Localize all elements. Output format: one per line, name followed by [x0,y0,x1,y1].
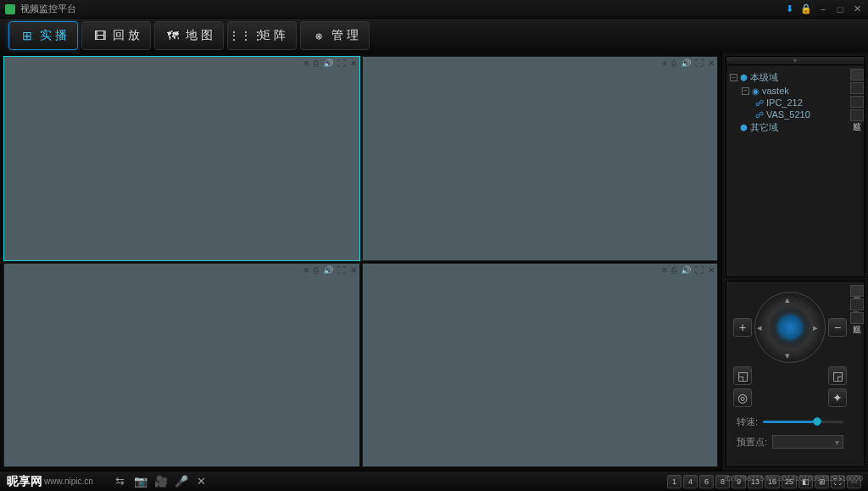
tab-matrix-label: 矩 阵 [259,28,286,43]
ptz-up[interactable]: ▴ [785,294,795,304]
snapshot-icon[interactable]: ⎙ [314,265,319,275]
grid-icon: ⊞ [19,28,35,43]
tab-map[interactable]: 🗺地 图 [154,21,224,50]
device-tree-panel: ▾ 设备 轮播 场景 巡航 −⬢本级域 −◉vastek ☍IPC_212 ☍V… [726,56,865,277]
audio-icon[interactable]: 🔊 [681,59,691,68]
tree-root[interactable]: −⬢本级域 [730,70,860,85]
sidebar: ▾ 设备 轮播 场景 巡航 −⬢本级域 −◉vastek ☍IPC_212 ☍V… [721,53,868,471]
tool-talk-icon[interactable]: ⇆ [114,475,127,488]
domain-icon: ⬢ [740,73,748,82]
snapshot-icon[interactable]: ⎙ [671,265,676,275]
video-cell-2[interactable]: ≡⎙🔊⛶✕ [362,56,719,261]
image-id-stamp: ID:6786215 No:20141010093920110000 [725,474,863,483]
sidetab-device[interactable]: 设备 [850,69,864,81]
map-icon: 🗺 [165,28,181,43]
app-logo-icon [5,4,15,14]
iris-close-button[interactable]: ✦ [828,388,847,407]
audio-icon[interactable]: 🔊 [323,59,333,68]
camera-icon: ☍ [755,110,764,120]
fullscreen-icon[interactable]: ⛶ [695,59,704,68]
tree-cam-1[interactable]: ☍IPC_212 [730,97,860,109]
list-icon[interactable]: ≡ [662,265,667,275]
server-icon: ◉ [752,86,760,96]
tree-other-domain[interactable]: ⬢其它域 [730,120,860,135]
tool-mic-icon[interactable]: 🎤 [175,475,188,488]
tab-playback[interactable]: 🎞回 放 [81,21,151,50]
snapshot-icon[interactable]: ⎙ [314,59,319,68]
speed-slider[interactable] [763,421,843,423]
maximize-button[interactable]: □ [834,3,846,15]
nav-bar: ⊞实 播 🎞回 放 🗺地 图 ⋮⋮⋮矩 阵 ⎈管 理 [0,19,868,53]
tool-stop-icon[interactable]: ✕ [195,475,209,488]
tab-manage[interactable]: ⎈管 理 [300,21,370,50]
tree-cam-2[interactable]: ☍VAS_5210 [730,109,860,120]
layout-4[interactable]: 4 [683,475,698,488]
zoom-out-button[interactable]: − [828,318,847,337]
tab-playback-label: 回 放 [113,28,140,43]
ptztab-params[interactable]: 参数 [850,299,864,310]
reel-icon: 🎞 [92,28,108,43]
lock-icon[interactable]: 🔒 [800,3,812,15]
panel-collapse-handle[interactable]: ▾ [726,57,864,65]
ptz-dial: ▴ ▾ ◂ ▸ [754,292,826,363]
app-title: 视频监控平台 [20,3,778,15]
fullscreen-icon[interactable]: ⛶ [337,59,346,68]
video-cell-3[interactable]: ≡⎙🔊⛶✕ [3,263,360,468]
tab-manage-label: 管 理 [331,28,359,43]
list-icon[interactable]: ≡ [304,59,309,68]
ptz-panel: 云台 参数 巡航 + ▴ ▾ ◂ ▸ − [726,281,865,467]
audio-icon[interactable]: 🔊 [323,265,333,275]
sidetab-carousel[interactable]: 轮播 [850,82,864,94]
speed-label: 转速: [737,416,758,428]
ptz-left[interactable]: ◂ [757,322,767,332]
preset-label: 预置点: [737,436,767,449]
list-icon[interactable]: ≡ [304,265,309,275]
domain-icon: ⬢ [740,123,748,132]
audio-icon[interactable]: 🔊 [681,265,691,275]
layout-1[interactable]: 1 [667,475,682,488]
close-cell-icon[interactable]: ✕ [708,59,715,68]
focus-far-button[interactable]: ◲ [828,366,847,385]
video-cell-4[interactable]: ≡⎙🔊⛶✕ [362,263,719,468]
download-icon[interactable]: ⬇ [783,3,795,15]
bottom-bar: 昵享网 www.nipic.cn ⇆ 📷 🎥 🎤 ✕ 1 4 6 8 9 13 … [0,471,868,491]
close-cell-icon[interactable]: ✕ [350,59,357,68]
close-cell-icon[interactable]: ✕ [350,265,357,275]
close-button[interactable]: ✕ [851,3,863,15]
close-cell-icon[interactable]: ✕ [708,265,715,275]
video-grid: ≡⎙🔊⛶✕ ≡⎙🔊⛶✕ ≡⎙🔊⛶✕ ≡⎙🔊⛶✕ [0,53,721,471]
layout-6[interactable]: 6 [699,475,714,488]
main-area: ≡⎙🔊⛶✕ ≡⎙🔊⛶✕ ≡⎙🔊⛶✕ ≡⎙🔊⛶✕ ▾ 设备 轮播 场景 巡航 [0,53,868,471]
tab-map-label: 地 图 [186,28,213,43]
tool-record-icon[interactable]: 🎥 [154,475,168,488]
ptztab-cruise[interactable]: 巡航 [850,312,864,324]
minimize-button[interactable]: − [817,3,829,15]
titlebar: 视频监控平台 ⬇ 🔒 − □ ✕ [0,0,868,19]
video-cell-1[interactable]: ≡⎙🔊⛶✕ [3,56,360,261]
zoom-in-button[interactable]: + [733,318,752,337]
wheel-icon: ⎈ [311,28,326,43]
snapshot-icon[interactable]: ⎙ [671,59,676,68]
camera-icon: ☍ [755,98,764,108]
tab-live[interactable]: ⊞实 播 [8,21,78,50]
ptz-down[interactable]: ▾ [785,350,795,360]
tree-vendor[interactable]: −◉vastek [730,85,860,97]
ptztab-ptz[interactable]: 云台 [850,285,864,297]
preset-select[interactable]: ▾ [772,435,843,449]
tab-matrix[interactable]: ⋮⋮⋮矩 阵 [227,21,297,50]
tool-snapshot-icon[interactable]: 📷 [134,475,147,488]
matrix-icon: ⋮⋮⋮ [238,28,253,43]
tab-live-label: 实 播 [40,28,67,43]
watermark: 昵享网 www.nipic.cn [7,474,93,489]
list-icon[interactable]: ≡ [662,59,667,68]
focus-near-button[interactable]: ◱ [733,366,752,385]
device-tree: −⬢本级域 −◉vastek ☍IPC_212 ☍VAS_5210 ⬢其它域 [726,65,864,140]
sidetab-cruise[interactable]: 巡航 [850,109,864,121]
ptz-right[interactable]: ▸ [813,322,823,332]
iris-open-button[interactable]: ◎ [733,388,752,407]
fullscreen-icon[interactable]: ⛶ [337,265,346,275]
sidetab-scene[interactable]: 场景 [850,96,864,108]
fullscreen-icon[interactable]: ⛶ [695,265,704,275]
ptz-center-button[interactable] [777,315,803,340]
